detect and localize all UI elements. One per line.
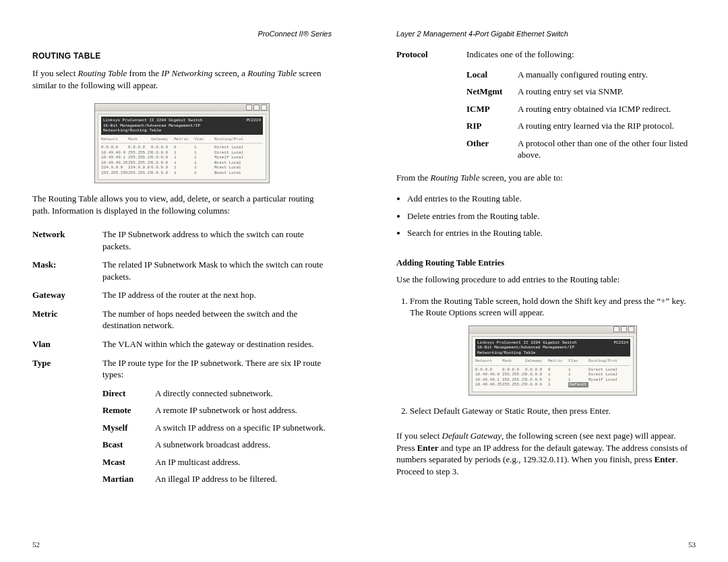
terminal-titlebar: Linksys ProConnect II 2204 Gigabit Switc… <box>475 339 630 357</box>
col-header: Mask <box>128 137 151 142</box>
page-spread: ProConnect II® Series ROUTING TABLE If y… <box>0 0 728 562</box>
col-header: Gateway <box>151 137 174 142</box>
page-53: Layer 2 Management 4-Port Gigabit Ethern… <box>364 0 728 562</box>
table-header-row: NetworkMaskGatewayMetricVlanRouting/Prot <box>475 358 630 366</box>
window-chrome: Linksys ProConnect II 2204 Gigabit Switc… <box>468 325 637 396</box>
type-subdefinitions: Direct A directly connected subnetwork. … <box>102 387 332 485</box>
protocol-subdefinitions: Local A manually configured routing entr… <box>466 69 696 161</box>
def-term: Mask: <box>32 259 92 282</box>
text: screen, a <box>212 68 247 78</box>
tail-paragraph: If you select Default Gateway, the follo… <box>396 430 696 477</box>
def-desc: Indicates one of the following: Local A … <box>466 49 696 161</box>
def-term: Protocol <box>396 49 456 161</box>
text: From the <box>410 296 444 306</box>
subdef-term: Mcast <box>102 456 150 468</box>
subdef-desc: A subnetwork broadcast address. <box>155 439 332 451</box>
window-close-icon <box>628 326 634 332</box>
text: screen will appear. <box>477 307 544 317</box>
text: If you select <box>396 431 442 441</box>
table-row: 10.40.40.255255.255.255.2550.0.0.01Defau… <box>475 382 630 387</box>
step-2: Select Default Gateway or Static Route, … <box>410 405 696 417</box>
page-52: ProConnect II® Series ROUTING TABLE If y… <box>0 0 364 562</box>
capabilities-list: Add entries to the Routing table. Delete… <box>396 193 696 245</box>
text-bold: Enter <box>417 443 439 453</box>
steps-list: From the Routing Table screen, hold down… <box>396 295 696 424</box>
text-italic: IP Networking <box>161 68 212 78</box>
subdef-term: Bcast <box>102 439 150 451</box>
terminal-model: PC2224 <box>246 118 261 133</box>
text-bold: Enter <box>590 406 608 416</box>
subdef-term: Myself <box>102 422 150 434</box>
subdef-desc: A switch IP address on a specific IP sub… <box>155 422 332 434</box>
text-italic: Routing Table <box>247 68 297 78</box>
text: or <box>493 406 504 416</box>
subdef-desc: A remote IP subnetwork or host address. <box>155 404 332 416</box>
subdef-term: Other <box>466 137 512 161</box>
subdef-desc: A manually configured routing entry. <box>518 69 696 81</box>
subdef-desc: A routing entry set via SNMP. <box>518 86 696 98</box>
list-item: Delete entries from the Routing table. <box>407 210 696 222</box>
col-header: Network <box>101 137 128 142</box>
text-italic: Static Route <box>505 406 548 416</box>
window-close-icon <box>261 104 267 111</box>
from-rt-paragraph: From the Routing Table screen, you are a… <box>396 172 696 184</box>
table-body: 0.0.0.00.0.0.00.0.0.001Direct Local 10.4… <box>475 367 630 387</box>
subdef-desc: An IP multicast address. <box>155 456 332 468</box>
table-row: 10.40.40.0255.255.255.00.0.0.011Direct L… <box>101 150 263 156</box>
text-italic: Routing Table <box>431 173 480 183</box>
terminal-model: PC2224 <box>613 340 628 356</box>
window-max-icon <box>621 326 627 332</box>
text: and type an IP address for the default g… <box>396 443 688 465</box>
def-desc: The IP Subnetwork address to which the s… <box>102 228 332 252</box>
list-item: Add entries to the Routing table. <box>407 193 696 205</box>
text: . <box>608 406 610 416</box>
col-header: Routing/Prot <box>214 137 243 142</box>
column-definitions: Network The IP Subnetwork address to whi… <box>32 228 332 485</box>
text: screen, hold down the <box>493 296 575 306</box>
def-desc: The IP address of the router at the next… <box>102 289 332 301</box>
adding-intro: Use the following procedure to add entri… <box>396 274 696 286</box>
text: If you select <box>32 68 78 78</box>
text-italic: Routing Table <box>444 296 494 306</box>
text-italic: Routing Table <box>78 68 127 78</box>
table-row: 0.0.0.00.0.0.00.0.0.001Direct Local <box>101 145 263 150</box>
text-italic: Default Gateway <box>433 406 493 416</box>
subdef-term: Remote <box>102 404 150 416</box>
screenshot-routing-table: Linksys ProConnect II 2204 Gigabit Switc… <box>94 103 270 183</box>
text: Select <box>410 406 433 416</box>
subdef-term: NetMgmt <box>466 86 512 98</box>
def-desc: The related IP Subnetwork Mask to which … <box>102 259 332 282</box>
window-min-icon <box>246 104 252 111</box>
col-header: Vlan <box>194 137 214 142</box>
section-title: ROUTING TABLE <box>32 51 332 61</box>
def-term: Gateway <box>32 289 92 301</box>
window-titlebar <box>95 104 269 111</box>
text: From the <box>396 173 431 183</box>
after-shot-paragraph: The Routing Table allows you to view, ad… <box>32 193 332 216</box>
text: screen, you are able to: <box>479 173 562 183</box>
table-body: 0.0.0.00.0.0.00.0.0.001Direct Local 10.4… <box>101 145 263 175</box>
step-1: From the Routing Table screen, hold down… <box>410 295 696 396</box>
col-header: Metric <box>174 137 194 142</box>
table-row: 10.40.40.0255.255.255.00.0.0.011Direct L… <box>475 372 630 377</box>
table-row: 10.40.40.1255.255.255.2550.0.0.011Myself… <box>475 377 630 383</box>
subdef-term: RIP <box>466 120 512 132</box>
text-italic: Route Options <box>425 307 476 317</box>
def-term: Metric <box>32 308 92 332</box>
intro-paragraph: If you select Routing Table from the IP … <box>32 67 332 91</box>
subdef-term: ICMP <box>466 103 512 115</box>
text: from the <box>127 68 161 78</box>
table-row: 10.40.40.1255.255.255.2550.0.0.011Myself… <box>101 155 263 160</box>
text-bold: Shift <box>575 296 592 306</box>
subdef-term: Local <box>466 69 512 81</box>
table-header-row: Network Mask Gateway Metric Vlan Routing… <box>101 137 263 144</box>
page-number: 53 <box>688 540 696 549</box>
def-term: Network <box>32 228 92 252</box>
def-desc: The VLAN within which the gateway or des… <box>102 338 332 350</box>
def-term: Type <box>32 357 92 485</box>
subdef-desc: A protocol other than one of the other f… <box>518 137 696 161</box>
subheading-adding: Adding Routing Table Entries <box>396 258 696 268</box>
screenshot-route-options: Linksys ProConnect II 2204 Gigabit Switc… <box>468 325 637 396</box>
list-item: Search for entries in the Routing table. <box>407 227 696 239</box>
terminal-title: Linksys ProConnect II 2204 Gigabit Switc… <box>103 118 243 133</box>
